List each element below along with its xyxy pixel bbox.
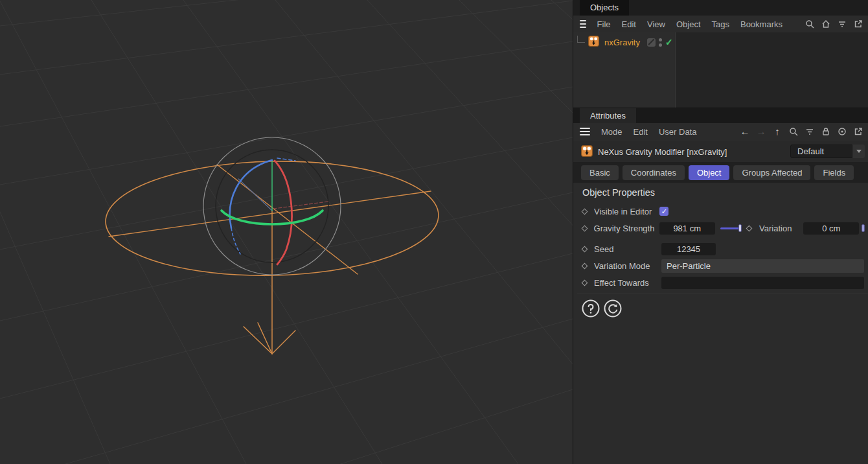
visible-in-editor-checkbox[interactable]: ✓: [659, 207, 668, 216]
menu-icon[interactable]: [580, 20, 586, 28]
gravity-strength-slider[interactable]: [720, 224, 744, 233]
gravity-object-icon[interactable]: [588, 36, 599, 49]
tab-objects[interactable]: Objects: [580, 0, 629, 16]
menu-icon[interactable]: [580, 128, 590, 135]
tree-branch: [577, 36, 585, 43]
menu-edit[interactable]: Edit: [634, 127, 648, 137]
variation-mode-label: Variation Mode: [594, 261, 659, 271]
divider: [577, 294, 868, 294]
menu-file[interactable]: File: [597, 19, 611, 29]
gravity-gizmo[interactable]: [104, 137, 440, 354]
tab-groups-affected[interactable]: Groups Affected: [733, 165, 810, 180]
gravity-strength-label: Gravity Strength: [594, 224, 657, 233]
row-visible-in-editor: Visible in Editor ✓: [582, 204, 865, 218]
visible-in-editor-label: Visible in Editor: [594, 207, 652, 216]
menu-view[interactable]: View: [647, 19, 665, 29]
forward-icon[interactable]: →: [756, 126, 766, 137]
param-diamond-icon[interactable]: [582, 264, 594, 268]
attribute-tabs: Basic Coordinates Object Groups Affected…: [573, 162, 868, 183]
tab-object[interactable]: Object: [689, 165, 730, 180]
application-window: Objects File Edit View Object Tags Bookm…: [0, 0, 868, 464]
home-icon[interactable]: [821, 19, 831, 29]
layer-chip-icon[interactable]: [647, 38, 656, 47]
slider-handle[interactable]: [738, 224, 742, 232]
objects-tabbar: Objects: [573, 0, 868, 16]
arrow-prong-mid: [258, 323, 272, 354]
help-icon[interactable]: [581, 299, 600, 318]
attribute-content: Object Properties Visible in Editor ✓ Gr…: [573, 183, 868, 464]
tab-basic[interactable]: Basic: [581, 165, 619, 180]
row-variation-mode: Variation Mode Per-Particle: [582, 259, 865, 273]
object-list[interactable]: nxGravity ✓: [573, 32, 868, 108]
enabled-check-icon[interactable]: ✓: [665, 37, 673, 47]
param-diamond-icon[interactable]: [582, 209, 594, 214]
tab-fields[interactable]: Fields: [814, 165, 854, 180]
up-icon[interactable]: ↑: [772, 126, 782, 137]
back-icon[interactable]: ←: [740, 126, 750, 137]
attributes-tabbar: Attributes: [573, 108, 868, 123]
row-effect-towards: Effect Towards: [582, 275, 865, 290]
reset-icon[interactable]: [603, 299, 622, 318]
popout-icon[interactable]: [853, 126, 863, 137]
preset-dropdown-button[interactable]: [852, 145, 865, 158]
attribute-object-title: NeXus Gravity Modifier [nxGravity]: [598, 147, 727, 157]
filter-icon[interactable]: [837, 19, 847, 29]
preset-dropdown[interactable]: Default: [790, 145, 852, 158]
focus-icon[interactable]: [837, 126, 847, 137]
section-title: Object Properties: [582, 187, 655, 198]
param-diamond-icon[interactable]: [582, 281, 594, 285]
right-panel: Objects File Edit View Object Tags Bookm…: [573, 0, 868, 464]
gravity-strength-input[interactable]: 981 cm: [659, 222, 715, 235]
menu-user-data[interactable]: User Data: [659, 127, 697, 137]
filter-icon[interactable]: [805, 126, 815, 137]
variation-slider-handle[interactable]: [862, 224, 865, 232]
variation-mode-dropdown[interactable]: Per-Particle: [661, 259, 864, 273]
menu-mode[interactable]: Mode: [601, 127, 622, 137]
param-diamond-icon[interactable]: [747, 226, 759, 231]
seed-label: Seed: [594, 244, 659, 254]
tab-attributes[interactable]: Attributes: [580, 108, 636, 124]
menu-tags[interactable]: Tags: [712, 19, 729, 29]
attribute-object-header: NeXus Gravity Modifier [nxGravity] Defau…: [573, 141, 868, 162]
effect-towards-input[interactable]: [661, 277, 864, 289]
search-icon[interactable]: [788, 126, 799, 137]
variation-label: Variation: [759, 224, 798, 233]
chevron-down-icon: [856, 150, 862, 153]
menu-object[interactable]: Object: [676, 19, 701, 29]
viewport-3d[interactable]: [0, 0, 573, 464]
menu-bookmarks[interactable]: Bookmarks: [740, 19, 782, 29]
object-row-nxgravity[interactable]: nxGravity ✓: [577, 35, 673, 49]
popout-icon[interactable]: [853, 19, 863, 29]
gravity-object-icon: [581, 145, 593, 159]
objects-menubar: File Edit View Object Tags Bookmarks: [573, 16, 868, 32]
visibility-dots-icon[interactable]: [659, 38, 662, 47]
variation-input[interactable]: 0 cm: [803, 222, 859, 235]
object-name[interactable]: nxGravity: [604, 38, 640, 47]
lock-icon[interactable]: [821, 126, 831, 137]
viewport-grid: [0, 0, 573, 464]
attributes-menubar: Mode Edit User Data ← → ↑: [573, 123, 868, 140]
param-diamond-icon[interactable]: [582, 247, 594, 251]
menu-edit[interactable]: Edit: [622, 19, 636, 29]
row-gravity-strength: Gravity Strength 981 cm Variation 0 cm: [582, 221, 865, 235]
param-diamond-icon[interactable]: [582, 226, 594, 231]
seed-input[interactable]: 12345: [661, 243, 716, 255]
search-icon[interactable]: [805, 19, 815, 29]
arrow-prong-right: [272, 331, 295, 354]
effect-towards-label: Effect Towards: [594, 278, 659, 288]
row-seed: Seed 12345: [582, 242, 865, 256]
tab-coordinates[interactable]: Coordinates: [622, 165, 685, 180]
